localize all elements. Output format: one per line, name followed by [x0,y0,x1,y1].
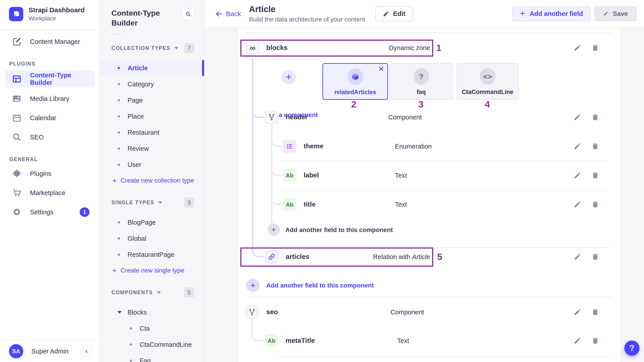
subnav-item-cta[interactable]: Cta [100,320,204,336]
component-card-relatedarticles[interactable]: ✕ relatedArticles [322,63,388,100]
components-count: 5 [184,287,194,298]
delete-field-button[interactable] [591,44,600,52]
component-card-ctacommandline[interactable]: <> CtaCommandLine [456,63,519,100]
edit-field-button[interactable] [573,200,582,209]
sidebar-item-calendar[interactable]: Calendar [0,110,99,126]
delete-field-button[interactable] [591,252,600,261]
add-field-to-component-label[interactable]: Add another field to this component [285,226,393,234]
image-icon [12,94,22,104]
subnav-item-global[interactable]: Global [100,230,204,246]
subnav-item-restaurant[interactable]: Restaurant [100,124,204,140]
component-group-blocks[interactable]: Blocks [100,304,204,320]
subnav-item-ctacommandline[interactable]: CtaCommandLine [100,336,204,352]
edit-field-button[interactable] [573,113,582,122]
sidebar-item-label: Content-Type Builder [30,72,94,86]
section-label-plugins: PLUGINS [0,61,99,67]
app-root: Strapi Dashboard Workplace Content Manag… [0,0,644,362]
plus-icon: + [112,266,116,275]
ctb-subnav: Content-Type Builder COLLECTION TYPES 7 … [100,0,204,362]
collapse-sidebar-button[interactable]: ‹ [81,346,92,357]
annotation-number-2: 2 [351,99,356,110]
delete-field-button[interactable] [591,142,600,151]
create-single-type-link[interactable]: + Create new single type [100,263,204,278]
create-collection-type-link[interactable]: + Create new collection type [100,173,204,188]
component-icon [265,111,278,124]
edit-field-button[interactable] [573,308,582,316]
field-type: Text [395,172,407,179]
subnav-item-blogpage[interactable]: BlogPage [100,214,204,230]
user-row: SA Super Admin ‹ [0,340,99,362]
single-types-header[interactable]: SINGLE TYPES 3 [112,197,194,208]
subnav-item-review[interactable]: Review [100,140,204,156]
search-button[interactable] [182,8,194,20]
delete-field-button[interactable] [591,113,600,122]
add-field-to-component-button[interactable]: + [268,224,280,236]
help-button[interactable]: ? [624,340,640,356]
add-another-field-button[interactable]: + Add another field [512,6,590,21]
subnav-item-user[interactable]: User [100,156,204,173]
edit-field-button[interactable] [573,142,582,151]
annotation-number-5: 5 [437,252,442,262]
back-link[interactable]: Back [215,10,241,18]
collection-types-header[interactable]: COLLECTION TYPES 7 [112,43,194,53]
subnav-item-article[interactable]: Article [100,60,204,76]
subnav-item-page[interactable]: Page [100,92,204,108]
edit-button[interactable]: Edit [375,6,413,21]
edit-field-button[interactable] [573,252,582,261]
plus-icon: + [250,280,255,290]
sidebar-item-plugins[interactable]: Plugins [0,166,99,182]
components-header[interactable]: COMPONENTS 5 [112,287,194,298]
section-label-general: GENERAL [0,156,99,162]
field-name: theme [304,142,323,150]
subnav-item-place[interactable]: Place [100,108,204,124]
delete-field-button[interactable] [591,308,600,316]
divider [0,30,99,30]
add-field-to-component-label[interactable]: Add another field to this component [266,282,374,289]
puzzle-icon [12,168,22,179]
annotation-number-1: 1 [436,43,441,53]
field-name: metaTitle [286,337,315,344]
edit-field-button[interactable] [573,171,582,180]
subnav-item-category[interactable]: Category [100,76,204,92]
tree-elbow-metatitle [251,331,264,341]
delete-field-button[interactable] [591,200,600,209]
component-card-faq[interactable]: ? faq [389,63,453,100]
bullet-icon [118,164,120,166]
sidebar-item-marketplace[interactable]: Marketplace [0,185,99,201]
sidebar-item-label: Settings [30,208,54,216]
close-icon[interactable]: ✕ [378,65,384,73]
edit-field-button[interactable] [573,336,582,345]
text-field-icon: Ab [283,198,296,211]
field-type: Component [390,308,424,316]
sidebar-item-content-type-builder[interactable]: Content-Type Builder [5,70,94,88]
component-icon [246,306,258,318]
tree-line-seo [251,319,253,333]
brand-text: Strapi Dashboard Workplace [29,6,84,22]
code-brackets-icon: <> [480,68,495,85]
bullet-icon [118,131,120,134]
subnav-item-faq[interactable]: Faq [100,352,204,362]
collection-types-count: 7 [184,43,194,53]
sidebar-item-content-manager[interactable]: Content Manager [0,34,99,50]
add-field-to-component-button[interactable]: + [246,278,260,292]
sidebar-item-media-library[interactable]: Media Library [0,90,99,107]
add-component-button[interactable]: + [282,70,296,84]
field-name: blocks [266,44,288,52]
sidebar-item-settings[interactable]: Settings 1 [0,204,99,220]
field-type: Component [388,114,422,121]
sidebar-item-label: Content Manager [30,38,80,46]
chevron-down-icon [174,47,178,50]
avatar[interactable]: SA [9,344,23,358]
check-icon: ✓ [603,10,609,18]
delete-field-button[interactable] [591,336,600,345]
save-button[interactable]: ✓ Save [594,6,636,21]
sidebar-item-label: Calendar [30,114,56,122]
page-subtitle: Build the data architecture of your cont… [249,16,365,23]
subnav-item-restaurantpage[interactable]: RestaurantPage [100,246,204,263]
sidebar-item-seo[interactable]: SEO [0,129,99,145]
search-icon [185,11,191,17]
edit-field-button[interactable] [573,44,582,52]
app-title: Strapi Dashboard [29,6,84,14]
layout-grid-icon [12,74,22,84]
delete-field-button[interactable] [591,171,600,180]
